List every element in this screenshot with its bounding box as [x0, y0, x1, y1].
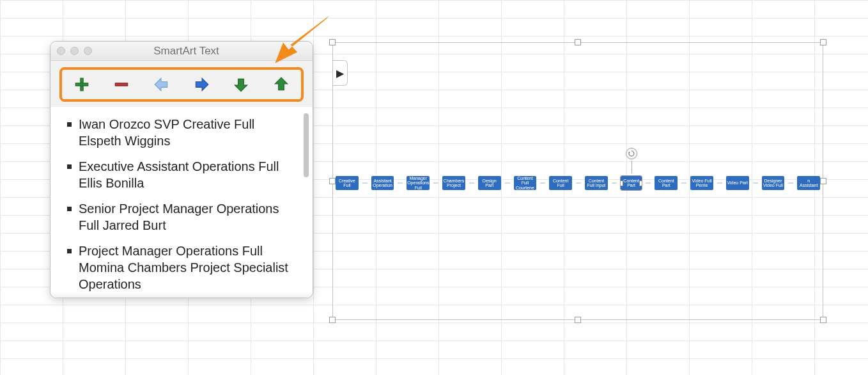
smartart-node[interactable]: Design Part: [478, 176, 501, 190]
move-down-button[interactable]: [231, 75, 251, 94]
bullet-list[interactable]: Iwan Orozco SVP Creative Full Elspeth Wi…: [63, 113, 306, 291]
smartart-node[interactable]: n Assistant: [797, 176, 820, 190]
smartart-toolbar: [59, 67, 304, 102]
indent-button[interactable]: [192, 75, 211, 94]
node-connector: [576, 182, 581, 184]
smartart-node[interactable]: Video Part: [726, 176, 749, 190]
arrow-left-icon: [153, 76, 170, 93]
plus-icon: [74, 76, 90, 93]
close-window-button[interactable]: [57, 47, 65, 55]
smartart-node[interactable]: Content Part: [655, 176, 678, 190]
arrow-down-icon: [233, 76, 249, 93]
resize-handle-tm[interactable]: [575, 39, 581, 45]
fade-overlay: [50, 291, 313, 298]
minus-icon: [113, 76, 130, 93]
list-item[interactable]: Senior Project Manager Operations Full J…: [67, 198, 300, 240]
smartart-node-row: Creative Full Assistant Operation Manage…: [333, 176, 823, 190]
smartart-node[interactable]: Content Full Courtene: [514, 176, 537, 190]
window-controls: [57, 47, 92, 55]
outdent-button[interactable]: [152, 75, 171, 94]
smartart-node[interactable]: Video Full Perrie: [690, 176, 713, 190]
scrollbar-thumb[interactable]: [304, 113, 309, 177]
smartart-node[interactable]: Content Full Input: [585, 176, 608, 190]
smartart-node[interactable]: Manager Operations Full: [407, 176, 430, 190]
resize-handle-tl[interactable]: [329, 39, 336, 45]
node-connector: [788, 182, 793, 184]
smartart-node[interactable]: Assistant Operation: [371, 176, 394, 190]
smartart-text-body[interactable]: Iwan Orozco SVP Creative Full Elspeth Wi…: [50, 107, 313, 298]
list-item[interactable]: Iwan Orozco SVP Creative Full Elspeth Wi…: [67, 113, 300, 156]
smartart-node[interactable]: Designer Video Full: [762, 176, 785, 190]
rotate-handle[interactable]: [626, 148, 637, 159]
node-connector: [469, 182, 474, 184]
resize-handle-br[interactable]: [820, 317, 826, 323]
rotate-connector: [632, 161, 632, 173]
arrow-right-icon: [193, 76, 210, 93]
smartart-canvas[interactable]: Creative Full Assistant Operation Manage…: [332, 42, 823, 320]
node-connector: [398, 182, 403, 184]
node-connector: [433, 182, 438, 184]
svg-rect-2: [116, 83, 128, 86]
resize-handle-tr[interactable]: [820, 39, 826, 45]
node-connector: [717, 182, 722, 184]
node-connector: [362, 182, 368, 184]
add-bullet-button[interactable]: [72, 75, 91, 94]
node-connector: [646, 182, 651, 184]
resize-handle-bl[interactable]: [329, 317, 336, 323]
arrow-up-icon: [273, 76, 290, 93]
minimize-window-button[interactable]: [70, 47, 79, 55]
move-up-button[interactable]: [272, 75, 291, 94]
smartart-node[interactable]: Content Full: [549, 176, 572, 190]
smartart-node[interactable]: Chambers Project: [442, 176, 465, 190]
node-connector: [753, 182, 758, 184]
panel-title: SmartArt Text: [92, 45, 281, 58]
resize-handle-bm[interactable]: [575, 317, 581, 323]
rotate-icon: [628, 150, 635, 157]
smartart-node-selected[interactable]: Content Part: [621, 176, 642, 190]
node-connector: [681, 182, 686, 184]
smartart-node[interactable]: Creative Full: [336, 176, 359, 190]
remove-bullet-button[interactable]: [112, 75, 131, 94]
smartart-node-selected-wrap: Content Part: [621, 176, 642, 190]
node-connector: [612, 182, 617, 184]
svg-rect-1: [75, 83, 88, 86]
list-item[interactable]: Executive Assistant Operations Full Elli…: [67, 156, 300, 198]
node-connector: [540, 182, 545, 184]
smartart-text-panel: SmartArt Text: [50, 41, 313, 298]
zoom-window-button[interactable]: [84, 47, 92, 55]
list-item[interactable]: Project Manager Operations Full Momina C…: [67, 240, 300, 291]
node-connector: [505, 182, 510, 184]
panel-titlebar[interactable]: SmartArt Text: [50, 42, 313, 61]
